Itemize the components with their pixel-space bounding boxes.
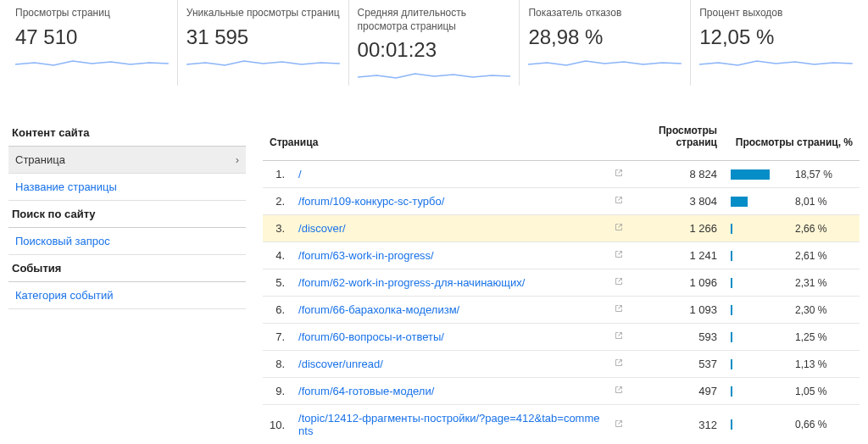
row-index: 1. — [263, 161, 292, 188]
table-row: 8. /discover/unread/ 537 1,13 % — [263, 351, 860, 378]
sidebar-group-search: Поиск по сайту — [8, 201, 246, 228]
page-link[interactable]: /forum/66-барахолка-моделизм/ — [292, 297, 607, 324]
page-views-pct: 2,30 % — [724, 297, 860, 324]
sidebar-item[interactable]: Страница — [8, 147, 246, 174]
external-link-icon[interactable] — [607, 161, 631, 188]
page-views: 1 266 — [631, 215, 724, 242]
row-index: 10. — [263, 405, 292, 444]
sparkline — [358, 65, 511, 82]
page-link[interactable]: /discover/unread/ — [292, 351, 607, 378]
sidebar-item[interactable]: Категория событий — [8, 282, 246, 309]
table-row: 4. /forum/63-work-in-progress/ 1 241 2,6… — [263, 242, 860, 269]
row-index: 8. — [263, 351, 292, 378]
page-views: 593 — [631, 324, 724, 351]
col-pct[interactable]: Просмотры страниц, % — [724, 119, 860, 161]
pct-bar — [731, 386, 790, 397]
page-views-pct: 1,13 % — [724, 351, 860, 378]
metric-label: Средняя длительность просмотра страницы — [358, 7, 511, 33]
table-row: 2. /forum/109-конкурс-sc-турбо/ 3 804 8,… — [263, 188, 860, 215]
external-link-icon[interactable] — [607, 324, 631, 351]
sparkline — [15, 53, 169, 69]
metric-card[interactable]: Средняя длительность просмотра страницы … — [349, 0, 520, 86]
metric-value: 28,98 % — [528, 25, 682, 49]
metric-card[interactable]: Просмотры страниц 47 510 — [7, 0, 178, 86]
sidebar-item[interactable]: Название страницы — [8, 174, 246, 201]
page-views: 3 804 — [631, 188, 724, 215]
page-views-pct: 18,57 % — [724, 161, 860, 188]
metric-label: Процент выходов — [699, 7, 853, 20]
external-link-icon[interactable] — [607, 351, 631, 378]
metric-label: Просмотры страниц — [15, 7, 169, 20]
table-row: 5. /forum/62-work-in-progress-для-начина… — [263, 269, 860, 297]
table-row: 10. /topic/12412-фрагменты-постройки/?pa… — [263, 405, 860, 444]
sidebar-item[interactable]: Поисковый запрос — [8, 228, 246, 255]
pct-bar — [731, 197, 790, 207]
table-row: 3. /discover/ 1 266 2,66 % — [263, 215, 860, 242]
page-link[interactable]: /forum/64-готовые-модели/ — [292, 378, 607, 405]
page-link[interactable]: /forum/63-work-in-progress/ — [292, 242, 607, 269]
metric-card[interactable]: Процент выходов 12,05 % — [691, 0, 861, 86]
page-views-pct: 1,05 % — [724, 378, 860, 405]
col-views[interactable]: Просмотры страниц — [631, 119, 724, 161]
external-link-icon[interactable] — [607, 297, 631, 324]
metrics-row: Просмотры страниц 47 510 Уникальные прос… — [0, 0, 868, 86]
page-link[interactable]: /topic/12412-фрагменты-постройки/?page=4… — [292, 405, 607, 444]
metric-value: 47 510 — [15, 25, 169, 49]
external-link-icon[interactable] — [607, 405, 631, 444]
page-views: 537 — [631, 351, 724, 378]
page-views-pct: 2,31 % — [724, 269, 860, 297]
row-index: 5. — [263, 269, 292, 297]
metric-label: Показатель отказов — [528, 7, 682, 20]
external-link-icon[interactable] — [607, 215, 631, 242]
table-row: 1. / 8 824 18,57 % — [263, 161, 860, 188]
page-link[interactable]: /forum/60-вопросы-и-ответы/ — [292, 324, 607, 351]
page-link[interactable]: /forum/109-конкурс-sc-турбо/ — [292, 188, 607, 215]
metric-value: 12,05 % — [699, 25, 853, 49]
page-views: 1 241 — [631, 242, 724, 269]
page-views: 8 824 — [631, 161, 724, 188]
page-views-pct: 1,25 % — [724, 324, 860, 351]
sparkline — [186, 53, 340, 69]
sidebar-group-content: Контент сайта — [8, 119, 246, 147]
external-link-icon[interactable] — [607, 242, 631, 269]
table-row: 6. /forum/66-барахолка-моделизм/ 1 093 2… — [263, 297, 860, 324]
page-views: 497 — [631, 378, 724, 405]
sidebar-group-events: События — [8, 255, 246, 282]
metric-card[interactable]: Показатель отказов 28,98 % — [520, 0, 691, 86]
pct-bar — [731, 251, 790, 261]
table-row: 9. /forum/64-готовые-модели/ 497 1,05 % — [263, 378, 860, 405]
external-link-icon[interactable] — [607, 188, 631, 215]
row-index: 9. — [263, 378, 292, 405]
page-views-pct: 8,01 % — [724, 188, 860, 215]
page-views-pct: 0,66 % — [724, 405, 860, 444]
pct-bar — [731, 278, 790, 288]
row-index: 2. — [263, 188, 292, 215]
page-link[interactable]: / — [292, 161, 607, 188]
row-index: 6. — [263, 297, 292, 324]
sparkline — [528, 53, 682, 69]
row-index: 4. — [263, 242, 292, 269]
page-link[interactable]: /forum/62-work-in-progress-для-начинающи… — [292, 269, 607, 297]
pct-bar — [731, 332, 790, 342]
row-index: 3. — [263, 215, 292, 242]
page-link[interactable]: /discover/ — [292, 215, 607, 242]
page-views: 1 096 — [631, 269, 724, 297]
metric-value: 00:01:23 — [358, 38, 511, 62]
pct-bar — [731, 419, 790, 430]
page-views: 312 — [631, 405, 724, 444]
sidebar: Контент сайта СтраницаНазвание страницы … — [8, 119, 263, 444]
pct-bar — [731, 305, 790, 315]
page-views: 1 093 — [631, 297, 724, 324]
external-link-icon[interactable] — [607, 378, 631, 405]
metric-card[interactable]: Уникальные просмотры страниц 31 595 — [178, 0, 349, 86]
sparkline — [699, 53, 853, 69]
external-link-icon[interactable] — [607, 269, 631, 297]
metric-label: Уникальные просмотры страниц — [186, 7, 340, 20]
row-index: 7. — [263, 324, 292, 351]
pct-bar — [731, 169, 790, 180]
main-table: Страница Просмотры страниц Просмотры стр… — [263, 119, 860, 444]
col-page[interactable]: Страница — [263, 119, 631, 161]
table-row: 7. /forum/60-вопросы-и-ответы/ 593 1,25 … — [263, 324, 860, 351]
page-views-pct: 2,61 % — [724, 242, 860, 269]
pct-bar — [731, 359, 790, 369]
